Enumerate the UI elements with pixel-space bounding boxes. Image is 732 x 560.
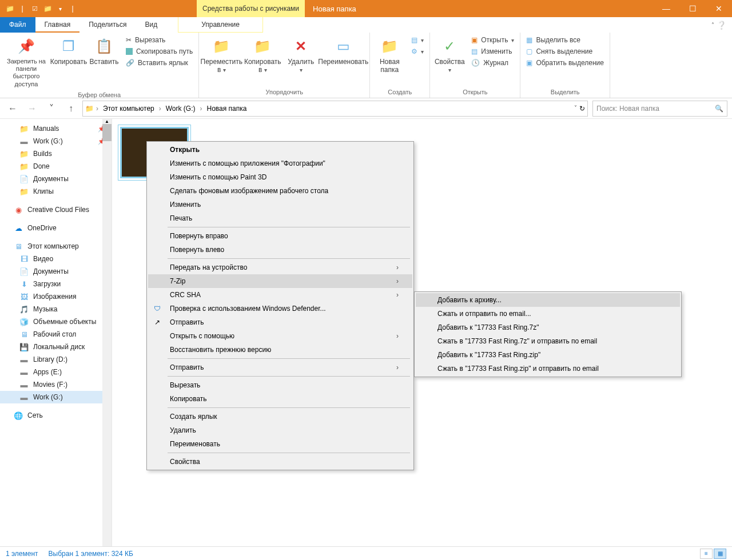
tree-item-3d[interactable]: 🧊Объемные объекты	[0, 315, 112, 328]
ctx-edit-photos[interactable]: Изменить с помощью приложения "Фотографи…	[148, 157, 412, 170]
ctx-edit[interactable]: Изменить	[148, 198, 412, 211]
history-dropdown[interactable]: ˅	[43, 101, 59, 117]
breadcrumb-this-pc[interactable]: Этот компьютер	[101, 105, 157, 113]
pin-quick-access-button[interactable]: 📌 Закрепить на панели быстрого доступа	[3, 35, 49, 90]
checkbox-icon[interactable]: ☑	[30, 3, 40, 14]
ctx-rotate-left[interactable]: Повернуть влево	[148, 243, 412, 257]
tree-item-onedrive[interactable]: ☁OneDrive	[0, 222, 112, 234]
ctx-set-wallpaper[interactable]: Сделать фоновым изображением рабочего ст…	[148, 184, 412, 198]
details-view-button[interactable]: ≡	[700, 549, 713, 559]
copy-button[interactable]: ❐ Копировать	[53, 35, 85, 68]
ctx-cut[interactable]: Вырезать	[148, 378, 412, 392]
up-button[interactable]: ↑	[63, 101, 79, 117]
ctx-rename[interactable]: Переименовать	[148, 437, 412, 451]
chevron-right-icon[interactable]: ›	[96, 105, 98, 113]
folder-icon[interactable]: 📁	[5, 3, 15, 14]
select-none-button[interactable]: ▢Снять выделение	[524, 46, 606, 57]
sub-add-zip[interactable]: Добавить к "17733 Fast Ring.zip"	[416, 348, 680, 362]
tree-item-ccf[interactable]: ◉Creative Cloud Files	[0, 203, 112, 216]
breadcrumb-folder[interactable]: Новая папка	[205, 105, 249, 113]
tree-item-network[interactable]: 🌐Сеть	[0, 409, 112, 422]
address-dropdown[interactable]: ˅	[574, 105, 577, 113]
cut-button[interactable]: ✂Вырезать	[124, 35, 195, 45]
thumbnails-view-button[interactable]: ▦	[714, 549, 726, 559]
new-folder-button[interactable]: 📁 Новая папка	[373, 35, 405, 76]
tab-manage[interactable]: Управление	[178, 17, 263, 33]
paste-shortcut-button[interactable]: 🔗Вставить ярлык	[124, 58, 195, 68]
tree-item-work-g[interactable]: ▬Work (G:)📌	[0, 135, 112, 147]
tree-item-manuals[interactable]: 📁Manuals📌	[0, 122, 112, 135]
open-button[interactable]: ▣Открыть▾	[469, 35, 516, 45]
close-button[interactable]: ✕	[706, 0, 732, 17]
tree-item-clips[interactable]: 📁Клипы	[0, 185, 112, 198]
tree-item-this-pc[interactable]: 🖥Этот компьютер	[0, 240, 112, 253]
qat-dropdown-icon[interactable]: ▾	[55, 3, 65, 14]
tree-scrollbar[interactable]: ▲	[102, 119, 112, 546]
chevron-right-icon[interactable]: ›	[159, 105, 161, 113]
ctx-copy[interactable]: Копировать	[148, 392, 412, 406]
new-item-button[interactable]: ▤▾	[409, 35, 426, 45]
properties-button[interactable]: ✓ Свойства ▾	[433, 35, 466, 76]
refresh-button[interactable]: ↻	[579, 105, 585, 113]
tree-item-movies-f[interactable]: ▬Movies (F:)	[0, 378, 112, 391]
tree-item-video[interactable]: 🎞Видео	[0, 253, 112, 265]
folder-icon[interactable]: 📁	[42, 3, 53, 14]
ctx-defender[interactable]: 🛡Проверка с использованием Windows Defen…	[148, 302, 412, 315]
ctx-share[interactable]: ↗Отправить	[148, 315, 412, 329]
breadcrumb-drive[interactable]: Work (G:)	[164, 105, 198, 113]
tab-home[interactable]: Главная	[35, 17, 80, 33]
tree-item-done[interactable]: 📁Done	[0, 160, 112, 173]
invert-selection-button[interactable]: ▣Обратить выделение	[524, 58, 606, 68]
paste-button[interactable]: 📋 Вставить	[88, 35, 120, 68]
sub-compress-zip-email[interactable]: Сжать в "17733 Fast Ring.zip" и отправит…	[416, 362, 680, 375]
ctx-edit-paint3d[interactable]: Изменить с помощью Paint 3D	[148, 170, 412, 184]
tree-item-pictures[interactable]: 🖼Изображения	[0, 290, 112, 303]
tab-share[interactable]: Поделиться	[79, 17, 136, 33]
maximize-button[interactable]: ☐	[679, 0, 706, 17]
tree-item-builds[interactable]: 📁Builds	[0, 147, 112, 160]
ctx-restore[interactable]: Восстановить прежнюю версию	[148, 343, 412, 357]
copy-to-button[interactable]: 📁 Копировать в ▾	[244, 35, 281, 76]
ctx-print[interactable]: Печать	[148, 211, 412, 225]
tree-item-apps-e[interactable]: ▬Apps (E:)	[0, 366, 112, 378]
ctx-create-shortcut[interactable]: Создать ярлык	[148, 410, 412, 423]
tree-item-local-disk[interactable]: 💾Локальный диск	[0, 341, 112, 353]
sub-compress-7z-email[interactable]: Сжать в "17733 Fast Ring.7z" и отправить…	[416, 334, 680, 348]
copy-path-button[interactable]: Скопировать путь	[124, 46, 195, 57]
ctx-7zip[interactable]: 7-Zip›	[148, 274, 412, 288]
ctx-crc-sha[interactable]: CRC SHA›	[148, 288, 412, 302]
easy-access-button[interactable]: ⚙▾	[409, 46, 426, 57]
chevron-right-icon[interactable]: ›	[200, 105, 202, 113]
sub-add-7z[interactable]: Добавить к "17733 Fast Ring.7z"	[416, 321, 680, 334]
tree-item-work-g2[interactable]: ▬Work (G:)	[0, 391, 112, 403]
tab-view[interactable]: Вид	[136, 17, 166, 33]
ctx-send-to[interactable]: Отправить›	[148, 361, 412, 374]
tree-item-documents[interactable]: 📄Документы	[0, 173, 112, 185]
ribbon-collapse[interactable]: ˄❔	[706, 17, 732, 33]
tree-item-downloads[interactable]: ⬇Загрузки	[0, 278, 112, 290]
tree-item-music[interactable]: 🎵Музыка	[0, 303, 112, 315]
back-button[interactable]: ←	[5, 101, 21, 117]
tab-file[interactable]: Файл	[0, 17, 35, 33]
ctx-open[interactable]: Открыть	[148, 143, 412, 157]
ctx-rotate-right[interactable]: Повернуть вправо	[148, 229, 412, 243]
ctx-cast[interactable]: Передать на устройство›	[148, 261, 412, 274]
ctx-delete[interactable]: Удалить	[148, 423, 412, 437]
move-to-button[interactable]: 📁 Переместить в ▾	[202, 35, 240, 76]
history-button[interactable]: 🕓Журнал	[469, 58, 516, 68]
ctx-open-with[interactable]: Открыть с помощью›	[148, 329, 412, 343]
tree-item-documents2[interactable]: 📄Документы	[0, 265, 112, 278]
help-icon[interactable]: ❔	[717, 21, 726, 30]
ctx-properties[interactable]: Свойства	[148, 455, 412, 469]
rename-button[interactable]: ▭ Переименовать	[320, 35, 366, 68]
minimize-button[interactable]: ―	[653, 0, 679, 17]
delete-button[interactable]: ✕ Удалить ▾	[285, 35, 317, 76]
search-box[interactable]: Поиск: Новая папка 🔍	[592, 101, 727, 117]
tree-item-desktop[interactable]: 🖥Рабочий стол	[0, 328, 112, 341]
sub-add-archive[interactable]: Добавить к архиву...	[416, 293, 680, 307]
edit-button[interactable]: ▤Изменить	[469, 46, 516, 57]
sub-compress-email[interactable]: Сжать и отправить по email...	[416, 307, 680, 321]
tree-item-library-d[interactable]: ▬Library (D:)	[0, 353, 112, 366]
address-bar[interactable]: 📁 › Этот компьютер › Work (G:) › Новая п…	[82, 101, 588, 117]
forward-button[interactable]: →	[24, 101, 40, 117]
